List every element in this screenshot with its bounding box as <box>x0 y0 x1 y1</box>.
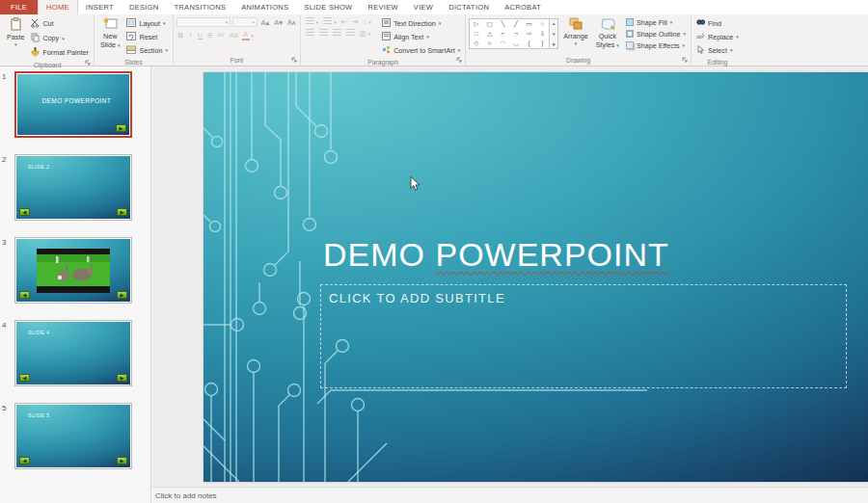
reset-button[interactable]: Reset <box>124 30 170 43</box>
tab-slide-show[interactable]: SLIDE SHOW <box>296 0 360 14</box>
align-left-button[interactable] <box>304 29 315 38</box>
shrink-font-button[interactable]: A▾ <box>273 18 285 27</box>
shape-arrow-line-icon[interactable]: ╱ <box>509 19 523 29</box>
section-button[interactable]: Section ▾ <box>124 43 170 57</box>
arrange-button[interactable]: Arrange ▾ <box>560 15 591 45</box>
shapes-scroll-down-icon[interactable]: ▾ <box>553 31 556 37</box>
italic-button[interactable]: I <box>186 31 194 40</box>
clipboard-dialog-launcher-icon[interactable] <box>85 60 91 66</box>
thumbnail-row-1: 1 DEMO POWERPOINT ▶ <box>2 71 150 138</box>
shape-outline-button[interactable]: Shape Outline ▾ <box>624 28 688 40</box>
tab-insert[interactable]: INSERT <box>78 0 122 14</box>
text-direction-icon <box>382 18 391 29</box>
underline-button[interactable]: U <box>196 31 203 40</box>
font-dialog-launcher-icon[interactable] <box>291 57 297 64</box>
align-text-button[interactable]: Align Text ▾ <box>380 30 462 43</box>
slide-4-thumbnail[interactable]: SLIDE 4 ◀ ▶ <box>14 320 132 386</box>
shapes-scroll-up-icon[interactable]: ▴ <box>553 20 556 26</box>
tab-review[interactable]: REVIEW <box>360 0 405 14</box>
slide-1-thumbnail[interactable]: DEMO POWERPOINT ▶ <box>14 71 132 138</box>
format-painter-button[interactable]: Format Painter <box>29 45 91 60</box>
align-center-button[interactable] <box>317 29 329 38</box>
shape-textbox-icon[interactable]: ▢ <box>483 19 497 29</box>
shape-arc-icon[interactable]: ◠ <box>497 39 510 48</box>
shape-arrow-right-icon[interactable]: ⇨ <box>523 29 536 39</box>
shapes-gallery-scrollbar[interactable]: ▴ ▾ ▼ <box>550 18 558 49</box>
paragraph-dialog-launcher-icon[interactable] <box>456 57 462 64</box>
slide-2-thumbnail[interactable]: SLIDE 2 ◀ ▶ <box>14 154 132 221</box>
change-case-button[interactable]: Aa <box>228 31 239 40</box>
slide-title[interactable]: DEMO POWERPOINT <box>323 236 669 274</box>
workspace: 1 DEMO POWERPOINT ▶ 2 SLIDE 2 ◀ ▶ 3 <box>0 66 868 503</box>
new-slide-button[interactable]: New Slide ▾ <box>97 15 123 49</box>
grow-font-button[interactable]: A▴ <box>259 18 271 27</box>
font-name-combo[interactable]: ▾ <box>176 17 231 27</box>
layout-button[interactable]: Layout ▾ <box>124 16 170 30</box>
tab-design[interactable]: DESIGN <box>122 0 167 14</box>
shape-brace-right-icon[interactable]: ) <box>536 39 550 48</box>
subtitle-placeholder[interactable]: CLICK TO ADD SUBTITLE <box>320 284 847 388</box>
slide-editor: DEMO POWERPOINT CLICK TO ADD SUBTITLE Cl… <box>151 66 868 503</box>
quick-styles-label-1: Quick <box>599 33 616 40</box>
shape-triangle-icon[interactable]: △ <box>483 29 497 39</box>
shape-brace-left-icon[interactable]: ( <box>523 39 536 48</box>
shape-elbow-icon[interactable]: ⌐ <box>497 29 510 39</box>
thumbnail-title: DEMO POWERPOINT <box>42 97 112 104</box>
find-button[interactable]: Find <box>694 16 741 30</box>
shape-curve-icon[interactable]: ◡ <box>509 39 523 48</box>
replace-button[interactable]: ab Replace ▾ <box>694 30 741 43</box>
shape-arrow-down-icon[interactable]: ⇩ <box>536 29 550 39</box>
shape-rounded-rect-icon[interactable]: □ <box>470 29 483 39</box>
tab-dictation[interactable]: DICTATION <box>441 0 497 14</box>
font-color-button[interactable]: A <box>242 30 250 40</box>
bold-button[interactable]: B <box>176 31 184 40</box>
slide-canvas[interactable]: DEMO POWERPOINT CLICK TO ADD SUBTITLE <box>203 72 868 482</box>
clear-formatting-button[interactable]: 🗛 <box>286 18 298 27</box>
shape-rectangle-icon[interactable]: ▭ <box>523 19 536 29</box>
tab-home[interactable]: HOME <box>38 0 78 14</box>
numbering-icon <box>323 17 332 24</box>
character-spacing-button[interactable]: AV <box>216 31 227 40</box>
shape-fill-button[interactable]: Shape Fill ▾ <box>624 16 688 28</box>
slide-thumbnail-panel[interactable]: 1 DEMO POWERPOINT ▶ 2 SLIDE 2 ◀ ▶ 3 <box>0 66 151 503</box>
font-size-combo[interactable]: ▾ <box>232 17 258 27</box>
shape-star-icon[interactable]: ☆ <box>483 39 497 48</box>
quick-styles-button[interactable]: Quick Styles ▾ <box>593 15 622 49</box>
shape-elbow2-icon[interactable]: ¬ <box>509 29 523 39</box>
shapes-more-icon[interactable]: ▼ <box>552 41 556 47</box>
tab-animations[interactable]: ANIMATIONS <box>233 0 296 14</box>
tab-acrobat[interactable]: ACROBAT <box>497 0 549 14</box>
notes-area[interactable]: Click to add notes <box>151 487 868 503</box>
numbering-button[interactable]: ▾ <box>322 17 339 26</box>
columns-button[interactable]: ▥ ▾ <box>358 29 372 38</box>
tab-file[interactable]: FILE <box>0 0 38 14</box>
increase-indent-button[interactable]: ⇥ <box>351 17 360 26</box>
shape-oval-icon[interactable]: ○ <box>536 19 550 29</box>
strikethrough-button[interactable]: S <box>206 31 214 40</box>
shape-effects-button[interactable]: Shape Effects ▾ <box>624 40 688 51</box>
shapes-gallery[interactable]: ▷▢╲╱▭○ □△⌐¬⇨⇩ ◇☆◠◡() <box>469 18 550 49</box>
shape-diamond-icon[interactable]: ◇ <box>470 39 483 48</box>
shape-play-icon[interactable]: ▷ <box>470 19 483 29</box>
decrease-indent-button[interactable]: ⇤ <box>339 17 348 26</box>
select-icon <box>696 45 705 56</box>
cut-button[interactable]: Cut <box>29 16 91 31</box>
select-button[interactable]: Select ▾ <box>694 43 741 57</box>
slide-5-thumbnail[interactable]: SLIDE 5 ◀ ▶ <box>14 403 132 469</box>
slide-3-thumbnail[interactable]: ◀ ▶ <box>14 237 132 304</box>
justify-button[interactable] <box>344 29 356 38</box>
align-right-button[interactable] <box>331 29 342 38</box>
drawing-dialog-launcher-icon[interactable] <box>682 57 688 64</box>
tab-transitions[interactable]: TRANSITIONS <box>166 0 233 14</box>
line-spacing-button[interactable]: ↕ ▾ <box>362 17 372 26</box>
copy-button[interactable]: Copy ▾ <box>29 31 91 45</box>
text-direction-button[interactable]: Text Direction ▾ <box>380 16 462 30</box>
shape-line-icon[interactable]: ╲ <box>497 19 510 29</box>
bullets-button[interactable]: ▾ <box>304 17 320 26</box>
select-label: Select <box>708 46 727 55</box>
convert-to-smartart-button[interactable]: Convert to SmartArt ▾ <box>380 43 462 57</box>
quick-styles-label-2: Styles ▾ <box>596 41 619 49</box>
paragraph-group-label: Paragraph <box>304 57 462 66</box>
tab-view[interactable]: VIEW <box>406 0 441 14</box>
paste-button[interactable]: Paste ▾ <box>4 15 27 46</box>
